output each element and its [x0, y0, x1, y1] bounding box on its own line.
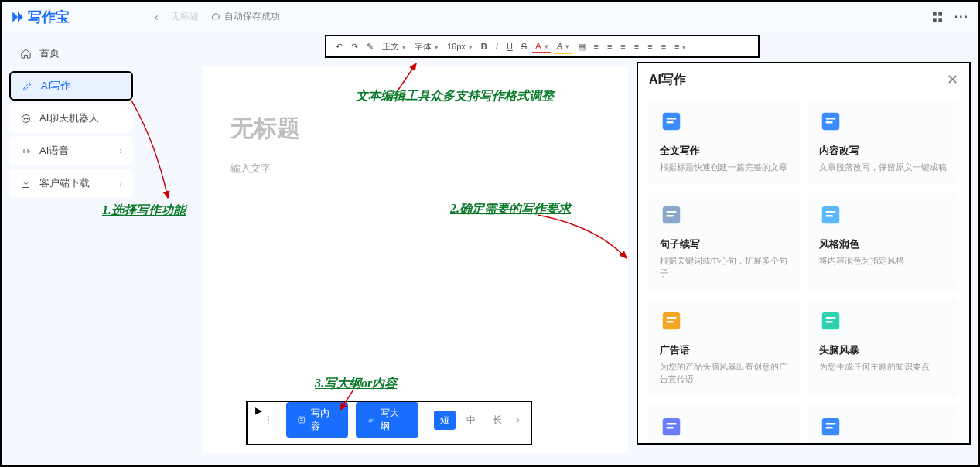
more-options-button[interactable]: ⋮ [258, 414, 278, 426]
align-center-button[interactable]: ≡ [591, 40, 602, 53]
svg-rect-3 [938, 18, 942, 22]
sidebar-item-ai-write[interactable]: AI写作 [9, 71, 133, 101]
autosave-status: 自动保存成功 [211, 10, 280, 23]
highlight-color-button[interactable]: 𝘈 [554, 39, 572, 54]
top-bar: 写作宝 ‹ 无标题 自动保存成功 ··· [2, 2, 978, 32]
font-size-select[interactable]: 16px [444, 40, 476, 53]
annotation: 1.选择写作功能 [102, 203, 186, 219]
template-card[interactable] [649, 404, 799, 445]
top-nav: ‹ 无标题 自动保存成功 [155, 10, 280, 23]
template-card[interactable]: 句子续写 根据关键词或中心句，扩展多个句子 [649, 193, 799, 289]
template-card[interactable]: 广告语 为您的产品头脑风暴出有创意的广告宣传语 [649, 298, 799, 395]
svg-rect-2 [933, 18, 937, 22]
top-right: ··· [931, 10, 969, 24]
length-mid[interactable]: 中 [460, 411, 482, 430]
card-icon [660, 309, 683, 332]
align-right-button[interactable]: ≡ [604, 40, 615, 53]
svg-point-5 [24, 118, 25, 118]
underline-button[interactable]: U [504, 40, 516, 53]
undo-button[interactable]: ↶ [333, 40, 346, 53]
back-button[interactable]: ‹ [155, 11, 159, 23]
text-color-button[interactable]: A [532, 39, 551, 53]
list-number-button[interactable]: ≡ [671, 40, 689, 53]
card-desc: 根据关键词或中心句，扩展多个句子 [660, 254, 788, 280]
pencil-icon [22, 80, 33, 92]
template-card[interactable]: 头脑风暴 为您生成任何主题的知识要点 [808, 298, 958, 395]
sidebar-item-home[interactable]: 首页 [9, 39, 133, 68]
align-justify-button[interactable]: ≡ [617, 40, 628, 53]
align-left-button[interactable]: ▤ [575, 40, 589, 53]
card-title: 广告语 [660, 343, 788, 357]
card-desc: 将内容润色为指定风格 [819, 254, 948, 268]
card-title: 风格润色 [819, 237, 948, 251]
card-icon [819, 309, 842, 332]
sidebar-item-chatbot[interactable]: AI聊天机器人 [9, 104, 133, 133]
sidebar-label: 客户端下载 [39, 176, 90, 190]
sound-wave-icon [20, 145, 32, 157]
chevron-right-icon: › [119, 178, 122, 189]
length-short[interactable]: 短 [434, 411, 456, 430]
home-icon [20, 48, 32, 60]
bold-button[interactable]: B [478, 40, 490, 53]
card-desc: 为您的产品头脑风暴出有创意的广告宣传语 [660, 360, 788, 386]
template-card[interactable]: 内容改写 文章段落改写，保留原义一键成稿 [808, 99, 958, 183]
grid-view-icon[interactable] [931, 11, 944, 23]
sidebar-label: AI写作 [41, 79, 70, 93]
sidebar-item-download[interactable]: 客户端下载 › [9, 169, 133, 198]
sidebar-label: AI聊天机器人 [39, 111, 99, 125]
length-long[interactable]: 长 [487, 411, 508, 430]
card-icon [819, 415, 842, 438]
write-outline-button[interactable]: 写大纲 [356, 402, 418, 438]
italic-button[interactable]: I [493, 40, 501, 53]
card-desc: 文章段落改写，保留原义一键成稿 [819, 161, 948, 174]
ai-write-panel: AI写作 ✕ 全文写作 根据标题快速创建一篇完整的文章 内容改写 文章段落改写，… [637, 62, 971, 445]
panel-title: AI写作 [649, 72, 686, 88]
template-card[interactable] [808, 404, 958, 445]
card-title: 头脑风暴 [819, 343, 948, 357]
length-toggle: 短 中 长 [434, 411, 508, 430]
download-icon [20, 178, 32, 189]
svg-point-6 [27, 118, 28, 118]
template-card[interactable]: 全文写作 根据标题快速创建一篇完整的文章 [649, 99, 799, 183]
svg-rect-0 [933, 12, 937, 16]
app-name: 写作宝 [28, 8, 70, 26]
sidebar: 首页 AI写作 AI聊天机器人 AI语音 › 客户端下载 › [9, 39, 133, 201]
editor-canvas[interactable]: 无标题 输入文字 [203, 66, 628, 453]
card-title: 句子续写 [660, 237, 788, 251]
template-card[interactable]: 风格润色 将内容润色为指定风格 [808, 193, 958, 289]
more-icon[interactable]: ··· [954, 10, 969, 24]
svg-point-4 [22, 114, 30, 122]
chat-icon [20, 113, 32, 124]
doc-title-input[interactable]: 无标题 [230, 113, 600, 145]
doc-title-crumb: 无标题 [171, 10, 199, 23]
close-icon[interactable]: ✕ [947, 71, 958, 88]
sidebar-item-voice[interactable]: AI语音 › [9, 136, 133, 165]
editor-toolbar: ↶ ↷ ✎ 正文 字体 16px B I U S A 𝘈 ▤ ≡ ≡ ≡ ≡ ≡… [325, 35, 760, 58]
logo-icon [11, 10, 25, 24]
panel-header: AI写作 ✕ [649, 71, 958, 88]
card-desc: 根据标题快速创建一篇完整的文章 [660, 161, 788, 174]
card-icon [819, 203, 842, 227]
card-title: 内容改写 [819, 144, 948, 158]
paragraph-style-select[interactable]: 正文 [379, 39, 409, 54]
write-content-button[interactable]: 写内容 [286, 402, 348, 438]
card-desc: 为您生成任何主题的知识要点 [819, 360, 948, 373]
ai-action-bar: ▶ ⋮ 写内容 写大纲 短 中 长 › [246, 401, 532, 445]
format-paint-button[interactable]: ✎ [364, 40, 377, 53]
template-grid: 全文写作 根据标题快速创建一篇完整的文章 内容改写 文章段落改写，保留原义一键成… [649, 99, 958, 445]
redo-button[interactable]: ↷ [348, 40, 361, 53]
sidebar-label: 首页 [39, 46, 60, 60]
card-icon [660, 110, 683, 133]
card-title: 全文写作 [660, 144, 788, 158]
list-bullet-button[interactable]: ≡ [658, 40, 669, 53]
sidebar-label: AI语音 [39, 144, 69, 158]
submit-button[interactable]: › [516, 413, 520, 427]
indent-decrease-button[interactable]: ≡ [631, 40, 642, 53]
app-logo: 写作宝 [11, 8, 70, 26]
doc-body-placeholder[interactable]: 输入文字 [230, 162, 600, 176]
cloud-icon [211, 12, 221, 22]
card-icon [819, 110, 842, 133]
strike-button[interactable]: S [518, 40, 530, 53]
indent-increase-button[interactable]: ≡ [644, 40, 655, 53]
font-family-select[interactable]: 字体 [411, 39, 442, 54]
